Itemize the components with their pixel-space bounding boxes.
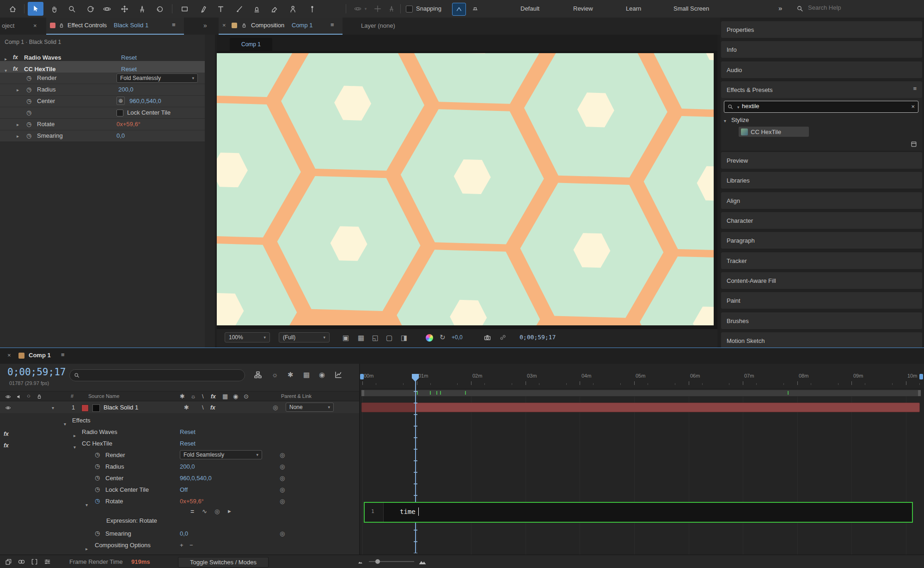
motion-blur-icon[interactable]: ◉ [319, 371, 325, 379]
layer-shy-switch-icon[interactable]: ✱ [184, 404, 189, 410]
time-navigator-end-handle[interactable] [919, 374, 923, 379]
chevron-right-icon[interactable]: ▸ [17, 122, 19, 127]
stopwatch-icon[interactable]: ◷ [95, 486, 100, 492]
frame-blend-icon[interactable]: ▦ [303, 371, 310, 379]
close-icon[interactable]: × [7, 352, 11, 359]
zoom-tool[interactable] [64, 2, 80, 16]
exposure-value[interactable]: +0,0 [452, 334, 463, 341]
render-dropdown[interactable]: Fold Seamlessly ▾ [116, 73, 198, 83]
pickwhip-icon[interactable]: ◎ [280, 495, 285, 507]
project-tab-label[interactable]: oject [2, 22, 14, 29]
param-value[interactable]: 200,0 [118, 86, 134, 93]
panel-header-paragraph[interactable]: Paragraph [721, 232, 922, 249]
camera-pan-tool-disabled[interactable] [370, 2, 386, 16]
effect-row-cc-hextile[interactable]: ▾ fx CC HexTile Reset [0, 61, 205, 73]
hand-tool[interactable] [46, 2, 62, 16]
transfer-controls-icon[interactable] [18, 558, 25, 566]
camera-orbit-tool-disabled[interactable]: ▾ [352, 2, 368, 16]
expression-code[interactable]: time [400, 508, 416, 515]
reset-exposure-icon[interactable]: ↻ [440, 333, 446, 342]
time-navigator-start-handle[interactable] [360, 374, 364, 379]
viewer-timecode[interactable]: 0;00;59;17 [520, 334, 556, 341]
effect-name[interactable]: CC HexTile [82, 438, 112, 449]
column-number-label[interactable]: # [71, 393, 73, 399]
stopwatch-icon-active[interactable]: ◷ [95, 498, 100, 504]
param-value[interactable]: 0x+59,6° [180, 495, 204, 507]
remove-reference-icon[interactable]: − [190, 539, 193, 551]
choose-grid-guides-icon[interactable]: ▣ [343, 334, 349, 342]
timeline-search-input[interactable] [83, 371, 242, 379]
reset-button[interactable]: Reset [180, 438, 196, 449]
expression-pickwhip-icon[interactable]: ◎ [214, 508, 220, 515]
column-source-label[interactable]: Source Name [88, 393, 119, 399]
pickwhip-icon[interactable]: ◎ [280, 484, 285, 495]
channel-color-wheel-icon[interactable] [426, 334, 433, 342]
close-icon[interactable]: × [222, 22, 226, 29]
zoom-out-mountain-icon[interactable] [357, 558, 364, 565]
eraser-tool[interactable] [266, 2, 282, 16]
panel-header-tracker[interactable]: Tracker [721, 252, 922, 269]
lock-center-tile-checkbox[interactable] [116, 110, 123, 116]
workspace-review[interactable]: Review [573, 5, 593, 12]
workspace-learn[interactable]: Learn [626, 5, 641, 12]
effects-presets-search-box[interactable]: ▾ × [724, 101, 918, 113]
puppet-pin-tool[interactable] [304, 2, 320, 16]
shy-layers-icon[interactable]: ✱ [288, 371, 294, 379]
stopwatch-icon[interactable]: ◷ [95, 475, 100, 481]
selection-tool[interactable] [28, 2, 43, 16]
graph-editor-icon[interactable] [334, 370, 343, 379]
toggle-transparency-icon[interactable]: ▢ [386, 334, 392, 342]
magnification-dropdown[interactable]: 100%▾ [225, 332, 270, 342]
param-value[interactable]: 0,0 [180, 528, 188, 539]
render-dropdown[interactable]: Fold Seamlessly ▾ [180, 450, 262, 459]
roto-brush-tool[interactable] [285, 2, 300, 16]
layer-switches-icon[interactable] [43, 558, 51, 566]
stopwatch-icon[interactable]: ◷ [95, 463, 100, 469]
expression-editor[interactable]: 1 time [364, 502, 913, 523]
panel-header-audio[interactable]: Audio [721, 61, 922, 78]
layer-row[interactable]: ▾ 1 Black Solid 1 ✱ \ fx ◎ None ▾ [0, 402, 360, 413]
current-timecode[interactable]: 0;00;59;17 [7, 366, 66, 378]
dolly-camera-tool[interactable] [134, 2, 150, 16]
layer-name[interactable]: Black Solid 1 [104, 404, 138, 411]
expression-language-menu-icon[interactable]: ► [227, 508, 232, 514]
tab-overflow-icon[interactable]: » [203, 22, 207, 29]
expression-graph-icon[interactable]: ∿ [202, 508, 207, 515]
effect-name[interactable]: Radio Waves [82, 426, 117, 438]
param-value[interactable]: 200,0 [180, 461, 195, 472]
timeline-search-box[interactable] [69, 369, 245, 381]
snap-option-button[interactable] [469, 3, 482, 15]
rectangle-tool[interactable] [177, 2, 192, 16]
stopwatch-icon[interactable]: ◷ [26, 86, 31, 92]
effect-controls-tab[interactable]: Effect Controls Black Solid 1 ≡ [46, 18, 184, 35]
stopwatch-icon[interactable]: ◷ [26, 98, 31, 104]
viewer-comp-tab[interactable]: Comp 1 [230, 38, 272, 51]
reset-button[interactable]: Reset [180, 426, 196, 438]
panel-header-properties[interactable]: Properties [721, 21, 922, 38]
param-value[interactable]: 960,0,540,0 [129, 98, 161, 104]
param-value[interactable]: 0,0 [116, 132, 125, 139]
scrollbar-track[interactable] [205, 35, 215, 348]
brush-tool[interactable] [231, 2, 247, 16]
param-value[interactable]: 960,0,540,0 [180, 472, 212, 484]
toggle-mask-icon[interactable]: ▦ [358, 334, 364, 342]
effect-row-radio-waves[interactable]: fx ▸ Radio Waves Reset [0, 426, 360, 438]
stopwatch-icon[interactable]: ◷ [26, 110, 31, 116]
expand-layer-switches-icon[interactable] [5, 558, 12, 566]
panel-header-motion-sketch[interactable]: Motion Sketch [721, 332, 922, 349]
timeline-zoom-slider-handle[interactable] [375, 559, 380, 564]
group-row-effects[interactable]: ▾ Effects [0, 415, 360, 426]
type-tool[interactable] [213, 2, 228, 16]
snap-option-button-active[interactable] [452, 3, 466, 16]
pickwhip-icon[interactable]: ◎ [280, 449, 285, 461]
anchor-point-icon[interactable]: ⊕ [116, 97, 125, 105]
effects-presets-search-input[interactable] [741, 102, 909, 110]
panel-menu-icon[interactable]: ≡ [172, 21, 176, 28]
column-parent-label[interactable]: Parent & Link [281, 393, 312, 399]
stopwatch-icon[interactable]: ◷ [26, 75, 31, 81]
toggle-switches-modes-button[interactable]: Toggle Switches / Modes [178, 557, 269, 568]
parent-pickwhip-icon[interactable]: ◎ [273, 404, 278, 411]
layer-quality-switch-icon[interactable]: \ [202, 404, 204, 410]
stopwatch-icon[interactable]: ◷ [26, 121, 31, 127]
region-of-interest-icon[interactable]: ◱ [372, 334, 379, 342]
